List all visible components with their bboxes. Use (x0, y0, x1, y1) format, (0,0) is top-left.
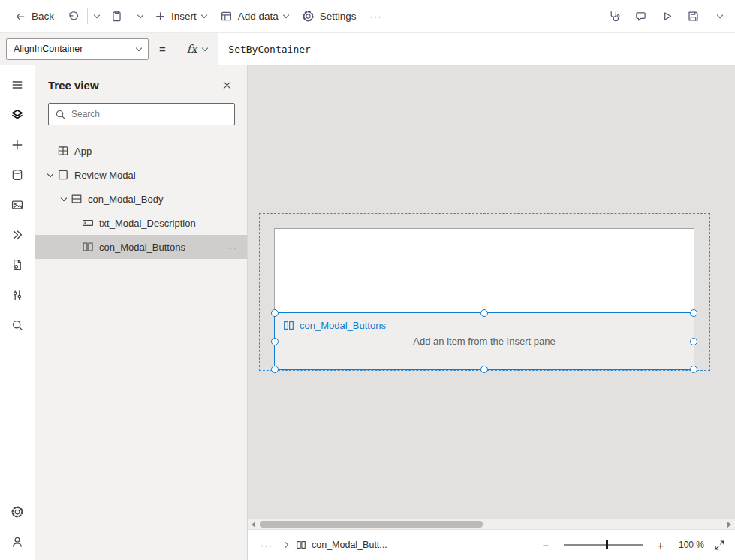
zoom-slider[interactable] (564, 544, 643, 546)
scrollbar-track[interactable] (259, 519, 724, 529)
rail-account-button[interactable] (2, 527, 32, 557)
scroll-right-button[interactable] (724, 519, 735, 529)
main-area: Tree view App (0, 65, 735, 560)
comment-icon (634, 10, 647, 23)
expand-chevron[interactable] (57, 193, 70, 205)
canvas-viewport[interactable]: con_Modal_Buttons Add an item from the I… (248, 65, 735, 519)
settings-button[interactable]: Settings (295, 4, 363, 29)
zoom-in-button[interactable]: + (652, 537, 669, 553)
resize-handle-top-left[interactable] (271, 309, 279, 317)
divider (709, 8, 709, 24)
rail-advanced-tools-button[interactable] (2, 250, 32, 280)
zoom-out-button[interactable]: − (538, 537, 554, 553)
fit-to-window-icon (714, 540, 725, 551)
tree-view-panel: Tree view App (35, 65, 248, 560)
chevron-down-icon (202, 44, 208, 50)
undo-menu-button[interactable] (89, 4, 104, 29)
tree-item-review-modal[interactable]: Review Modal (35, 163, 247, 187)
formula-input[interactable]: SetByContainer (218, 33, 735, 65)
chevron-down-icon (201, 12, 207, 18)
rail-settings-button[interactable] (2, 497, 32, 527)
rail-tree-view-button[interactable] (2, 100, 32, 130)
con-modal-body-container[interactable]: con_Modal_Buttons Add an item from the I… (259, 213, 710, 371)
preview-button[interactable] (655, 4, 679, 29)
rail-menu-button[interactable] (2, 70, 32, 100)
rail-search-button[interactable] (2, 310, 32, 340)
comments-button[interactable] (628, 4, 653, 29)
tree-item-label: Review Modal (74, 170, 136, 181)
rail-data-button[interactable] (2, 160, 32, 190)
property-selector[interactable]: AlignInContainer (6, 38, 149, 60)
resize-handle-bottom-left[interactable] (271, 366, 279, 373)
more-dots-icon: ··· (370, 11, 382, 22)
tree-view-header: Tree view (35, 65, 247, 101)
resize-handle-bottom-middle[interactable] (480, 366, 488, 373)
con-modal-buttons-container[interactable]: con_Modal_Buttons Add an item from the I… (274, 312, 694, 370)
hamburger-icon (11, 78, 24, 92)
search-icon (55, 109, 66, 120)
resize-handle-middle-left[interactable] (271, 338, 279, 345)
save-menu-button[interactable] (712, 4, 727, 29)
minus-icon: − (543, 539, 550, 552)
horizontal-scrollbar[interactable] (248, 519, 735, 529)
zoom-slider-thumb[interactable] (606, 540, 608, 549)
chevron-down-icon (60, 194, 66, 200)
tree-item-label: txt_Modal_Description (99, 218, 196, 229)
formula-bar: AlignInContainer = fx SetByContainer (0, 33, 735, 65)
breadcrumb-label: con_Modal_Butt... (312, 540, 387, 550)
account-icon (11, 535, 24, 549)
property-name: AlignInContainer (14, 44, 83, 54)
paste-menu-button[interactable] (133, 4, 148, 29)
selected-control-name: con_Modal_Buttons (300, 320, 386, 331)
search-icon (11, 318, 24, 332)
save-button[interactable] (681, 4, 706, 29)
add-data-icon (220, 10, 233, 23)
text-input-icon (82, 217, 94, 229)
fit-to-window-button[interactable] (714, 540, 725, 551)
scrollbar-thumb[interactable] (260, 521, 483, 528)
scroll-left-button[interactable] (248, 519, 259, 529)
search-input[interactable] (48, 103, 235, 125)
tree-item-con-modal-buttons[interactable]: con_Modal_Buttons ··· (35, 235, 247, 259)
horizontal-container-icon (283, 320, 294, 331)
app-checker-icon (608, 10, 621, 23)
rail-variables-button[interactable] (2, 280, 32, 310)
tree-item-txt-modal-description[interactable]: txt_Modal_Description (35, 211, 247, 235)
resize-handle-top-middle[interactable] (480, 309, 488, 317)
insert-button[interactable]: Insert (148, 4, 213, 29)
txt-modal-description-control[interactable] (274, 228, 694, 313)
resize-handle-top-right[interactable] (690, 309, 697, 317)
breadcrumb-item[interactable]: con_Modal_Butt... (294, 537, 389, 553)
app-checker-button[interactable] (602, 4, 627, 29)
close-panel-button[interactable] (217, 75, 236, 95)
sliders-icon (11, 288, 24, 302)
paste-button[interactable] (104, 4, 129, 29)
tree-item-label: App (74, 146, 92, 157)
tree-view-icon (11, 108, 24, 122)
canvas-area: con_Modal_Buttons Add an item from the I… (248, 65, 735, 560)
tree-item-app[interactable]: App (35, 139, 247, 163)
triangle-left-icon (252, 522, 255, 528)
fx-selector[interactable]: fx (176, 33, 219, 65)
clipboard-icon (110, 10, 123, 23)
expand-chevron[interactable] (44, 169, 56, 181)
tree-item-con-modal-body[interactable]: con_Modal_Body (35, 187, 247, 211)
resize-handle-bottom-right[interactable] (690, 366, 697, 373)
app-icon (57, 145, 69, 157)
more-commands-button[interactable]: ··· (363, 4, 389, 29)
undo-button[interactable] (61, 4, 86, 29)
breadcrumb-more-button[interactable]: ··· (258, 537, 276, 554)
chevron-down-icon (137, 12, 143, 18)
back-button[interactable]: Back (8, 4, 61, 29)
tree-item-label: con_Modal_Body (88, 194, 163, 205)
rail-media-button[interactable] (2, 190, 32, 220)
formula-text: SetByContainer (228, 44, 311, 55)
resize-handle-middle-right[interactable] (690, 338, 697, 345)
add-data-button[interactable]: Add data (213, 4, 295, 29)
back-label: Back (32, 11, 54, 22)
rail-power-automate-button[interactable] (2, 220, 32, 250)
tree-item-more-button[interactable]: ··· (225, 242, 247, 253)
divider (131, 8, 131, 24)
horizontal-container-icon (296, 540, 306, 550)
rail-insert-button[interactable] (2, 130, 32, 160)
